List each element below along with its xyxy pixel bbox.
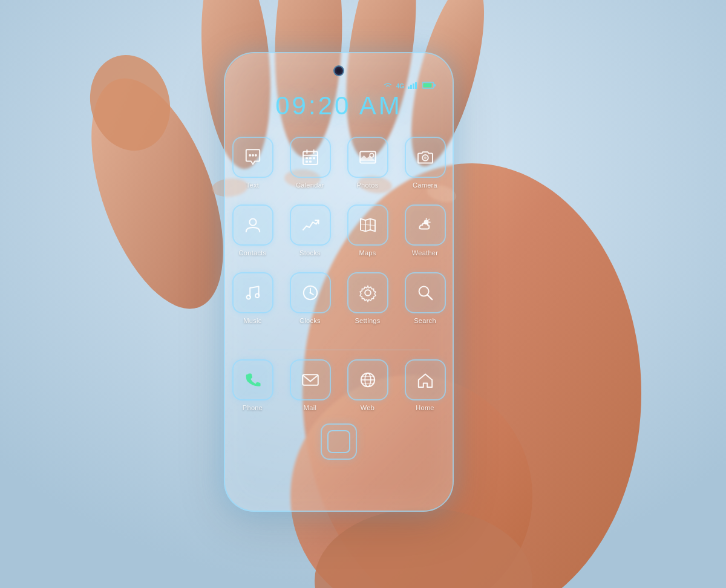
dock-mail-label: Mail [304,404,316,411]
app-maps-label: Maps [359,249,376,256]
front-camera [333,65,344,76]
svg-rect-28 [306,157,308,159]
dock-divider [248,350,430,350]
svg-point-34 [370,154,373,157]
svg-point-46 [246,295,250,299]
svg-rect-15 [410,85,412,89]
network-indicator: 4G [396,83,404,90]
app-photos-label: Photos [356,181,378,189]
app-text[interactable]: Text [229,132,277,193]
time-display: 09:20 AM [275,91,402,120]
app-search-label: Search [414,317,436,324]
dock-home-label: Home [416,404,434,411]
app-camera-icon-box[interactable] [405,137,446,178]
app-text-label: Text [246,181,259,189]
app-stocks-label: Stocks [299,249,321,256]
app-camera[interactable]: Camera [401,132,450,193]
app-weather-icon-box[interactable] [405,204,446,246]
app-maps-icon-box[interactable] [347,204,388,246]
home-button-inner [327,430,350,453]
app-clocks-label: Clocks [299,317,321,324]
svg-point-47 [255,294,259,298]
svg-line-41 [361,224,375,225]
dock-phone[interactable]: Phone [229,359,277,411]
dock-mail-icon-box[interactable] [290,359,331,400]
app-settings-label: Settings [355,317,380,324]
svg-point-37 [249,219,256,226]
app-weather[interactable]: Weather [401,200,450,261]
app-contacts-icon-box[interactable] [232,204,273,246]
dock-phone-label: Phone [243,404,263,411]
svg-rect-20 [424,83,432,88]
battery-icon [422,82,436,90]
svg-line-44 [428,219,429,220]
dock-home[interactable]: Home [401,359,450,411]
status-bar: 4G [236,82,442,90]
svg-rect-19 [434,84,436,87]
svg-line-54 [427,295,432,299]
app-calendar-label: Calendar [296,181,324,189]
app-settings-icon-box[interactable] [347,272,388,313]
app-maps[interactable]: Maps [344,200,392,261]
home-button[interactable] [321,423,357,460]
app-search[interactable]: Search [401,268,450,328]
app-clocks[interactable]: Clocks [286,268,335,328]
svg-point-51 [309,292,311,293]
app-calendar[interactable]: Calendar [286,132,335,193]
app-text-icon-box[interactable] [232,137,273,178]
phone-body: 4G [224,52,454,512]
wifi-icon [383,82,393,90]
app-music-icon-box[interactable] [232,272,273,313]
dock-web-icon-box[interactable] [347,359,388,400]
app-photos-icon-box[interactable] [347,137,388,178]
phone-top-area [333,65,344,79]
svg-point-52 [365,290,371,296]
app-stocks-icon-box[interactable] [290,204,331,246]
app-stocks[interactable]: Stocks [286,200,335,261]
dock-home-icon-box[interactable] [405,359,446,400]
svg-rect-32 [309,161,312,163]
app-weather-label: Weather [412,249,438,256]
svg-point-36 [424,156,427,159]
svg-rect-17 [415,82,417,89]
svg-rect-30 [313,157,315,159]
app-dock: Phone Mail [224,359,454,411]
dock-mail[interactable]: Mail [286,359,335,411]
app-camera-label: Camera [413,181,437,189]
app-calendar-icon-box[interactable] [290,137,331,178]
dock-web[interactable]: Web [344,359,392,411]
phone-container: 4G [224,52,454,512]
app-settings[interactable]: Settings [344,268,392,328]
dock-phone-icon-box[interactable] [232,359,273,400]
app-photos[interactable]: Photos [344,132,392,193]
signal-icon [408,82,419,90]
app-contacts-label: Contacts [239,249,267,256]
app-contacts[interactable]: Contacts [229,200,277,261]
app-music[interactable]: Music [229,268,277,328]
dock-web-label: Web [361,404,374,411]
app-search-icon-box[interactable] [405,272,446,313]
svg-point-23 [254,154,257,157]
svg-point-21 [249,154,251,157]
svg-rect-14 [408,87,410,89]
svg-rect-16 [413,83,414,89]
app-grid: Text Calendar [224,132,454,328]
app-music-label: Music [243,317,261,324]
app-clocks-icon-box[interactable] [290,272,331,313]
svg-rect-29 [309,157,312,159]
svg-rect-31 [306,161,308,163]
svg-point-22 [252,154,254,157]
